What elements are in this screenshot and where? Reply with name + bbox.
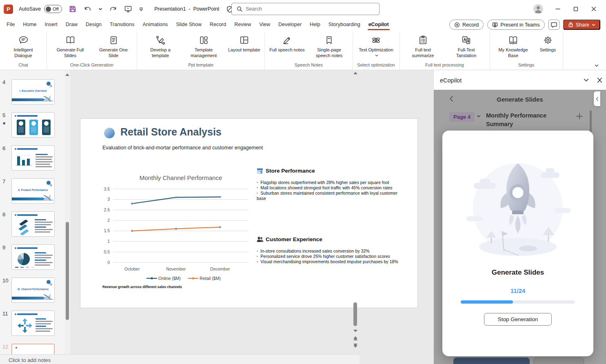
tab-slide-show[interactable]: Slide Show [172, 19, 206, 31]
generate-one-slide-button[interactable]: Generate One Slide [92, 33, 135, 59]
scroll-down-button[interactable] [353, 330, 358, 332]
svg-text:1: 1 [107, 239, 110, 244]
slide-scrollbar[interactable] [353, 72, 358, 350]
slide-scroll-thumb[interactable] [353, 302, 357, 326]
svg-text:1.5: 1.5 [104, 228, 110, 233]
text-optimization-button[interactable]: Text Optimization [355, 33, 398, 59]
slide-title[interactable]: Retail Store Analysis [120, 126, 222, 138]
bullet-item: · Suburban stores maintained consistent … [257, 191, 400, 201]
full-text-tanslation-button[interactable]: Full-Text Tanslation [445, 33, 488, 59]
tab-storyboarding[interactable]: Storyboarding [324, 19, 364, 31]
thumbnails-scrollbar[interactable] [64, 70, 70, 364]
maximize-button[interactable] [573, 6, 579, 12]
panel-chevron-down-icon[interactable] [583, 78, 589, 83]
slide-number: 5* [0, 112, 11, 138]
slide-thumbnail-8[interactable] [11, 211, 55, 237]
pen-path-icon [155, 35, 166, 46]
layout-template-button[interactable]: Layout template [225, 33, 263, 53]
thumbnail-item: 4 I. Executive Overview [0, 79, 64, 104]
search-box[interactable] [231, 3, 380, 15]
progress-count: 11/24 [442, 287, 593, 294]
collapse-ribbon-icon[interactable] [594, 63, 599, 69]
redo-icon[interactable] [109, 5, 118, 13]
full-text-summarize-button[interactable]: Full text summarize [402, 33, 445, 59]
tab-view[interactable]: View [255, 19, 274, 31]
section-store-performance[interactable]: Store Performance · Flagship stores outp… [257, 168, 400, 201]
bullet-item: · In-store consultations increased sales… [257, 249, 400, 254]
next-slide-button[interactable] [353, 344, 358, 348]
intelligent-dialogue-button[interactable]: Intelligent Dialogue [2, 33, 45, 59]
comments-button[interactable] [548, 20, 559, 30]
tab-draw[interactable]: Draw [62, 19, 82, 31]
slide-thumbnail-10[interactable]: III. Channel Performance [11, 277, 55, 303]
full-speech-notes-button[interactable]: Full speech notes [266, 33, 307, 53]
ecopilot-header: eCopilot [434, 70, 606, 90]
slide-thumbnail-7[interactable]: II. Product Performance [11, 178, 55, 204]
chart-caption[interactable]: Revenue growth across different sales ch… [102, 285, 182, 289]
minimize-button[interactable] [555, 6, 561, 12]
more-commands-icon[interactable] [139, 5, 144, 13]
panel-close-icon[interactable] [597, 78, 603, 83]
stop-generation-button[interactable]: Stop Generation [484, 313, 552, 326]
tab-help[interactable]: Help [306, 19, 324, 31]
slide-thumbnail-11[interactable] [11, 311, 55, 336]
undo-icon[interactable] [83, 5, 91, 13]
single-page-speech-notes-button[interactable]: Single-page speech notes [308, 33, 351, 59]
undo-dropdown-icon[interactable] [98, 5, 103, 13]
title-bullet-decoration [104, 128, 115, 138]
ribbon-group-select-optimization: Text Optimization Select optimization [353, 31, 400, 70]
tab-animations[interactable]: Animations [139, 19, 172, 31]
svg-text:Monthly Channel Performance: Monthly Channel Performance [140, 174, 222, 181]
tab-file[interactable]: File [2, 19, 19, 31]
slide-thumbnail-4[interactable]: I. Executive Overview [11, 79, 55, 104]
translate-icon [461, 35, 472, 46]
tab-review[interactable]: Review [230, 19, 255, 31]
slide-number: 7 [0, 178, 11, 204]
tab-ecopilot[interactable]: eCopilot [364, 19, 393, 31]
knowledge-book-icon [508, 35, 519, 46]
record-button[interactable]: Record [449, 20, 484, 30]
tab-insert[interactable]: Insert [41, 19, 62, 31]
ribbon-groups: Intelligent Dialogue Chat Generate Full … [0, 31, 563, 70]
settings-button[interactable]: Settings [535, 33, 561, 53]
search-input[interactable] [246, 6, 360, 12]
develop-a-template-button[interactable]: Develop a template [139, 33, 182, 59]
record-icon [454, 22, 460, 28]
ribbon-group-label: Full text processing [402, 61, 488, 69]
section-customer-experience[interactable]: Customer Experience · In-store consultat… [257, 236, 400, 264]
chat-bubble-icon [18, 35, 29, 46]
layout-panels-icon [198, 35, 209, 46]
my-knowledge-base-button[interactable]: My Knowledge Base [492, 33, 535, 59]
autosave-toggle[interactable]: Off [44, 5, 62, 13]
slide-thumbnail-6[interactable] [11, 145, 55, 171]
start-slideshow-icon[interactable] [124, 5, 132, 13]
save-icon[interactable] [69, 5, 77, 13]
people-icon [257, 236, 263, 242]
slide-number: 11 [0, 311, 11, 336]
line-chart[interactable]: Monthly Channel Performance3.532.521.510… [98, 171, 253, 289]
slide-canvas[interactable]: Retail Store Analysis Evaluation of bric… [80, 118, 418, 308]
tab-record[interactable]: Record [206, 19, 230, 31]
svg-text:December: December [210, 266, 230, 271]
tab-transitions[interactable]: Transitions [106, 19, 139, 31]
account-avatar[interactable] [533, 4, 543, 14]
close-button[interactable] [590, 6, 597, 12]
tab-developer[interactable]: Developer [274, 19, 306, 31]
thumbnails-scroll-thumb[interactable] [66, 222, 69, 320]
scroll-up-button[interactable] [65, 73, 69, 76]
scroll-up-button[interactable] [353, 72, 357, 74]
tab-design[interactable]: Design [82, 19, 106, 31]
rocket-illustration [453, 147, 583, 269]
notes-area[interactable]: Click to add notes [0, 354, 360, 364]
generate-full-slides-button[interactable]: Generate Full Slides [49, 33, 92, 59]
previous-slide-button[interactable] [353, 336, 358, 340]
slide-thumbnail-5[interactable] [11, 112, 55, 138]
present-in-teams-button[interactable]: Present in Teams [487, 20, 544, 30]
tab-home[interactable]: Home [19, 19, 40, 31]
slide-thumbnail-9[interactable] [11, 244, 55, 270]
comment-icon [551, 22, 557, 28]
collapse-panel-tab[interactable] [594, 91, 600, 106]
share-button[interactable]: Share [563, 20, 600, 30]
slide-subtitle[interactable]: Evaluation of brick-and-mortar performan… [102, 145, 263, 151]
template-management-button[interactable]: Template management [182, 33, 225, 59]
